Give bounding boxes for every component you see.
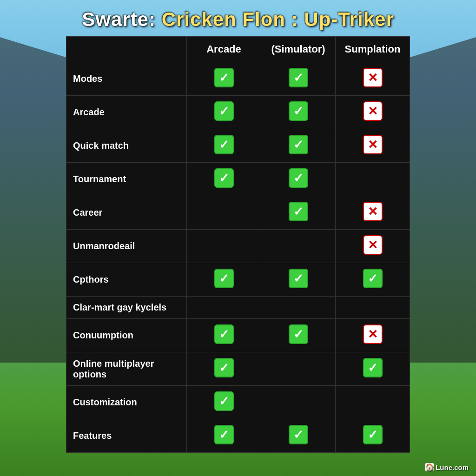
check-icon <box>214 425 234 444</box>
feature-name-cell: Arcade <box>66 96 187 129</box>
check-icon <box>363 425 383 444</box>
cross-icon <box>363 135 383 154</box>
cross-icon <box>363 235 383 255</box>
feature-name-cell: Online multiplayer options <box>66 352 187 386</box>
check-icon <box>214 68 234 87</box>
watermark-text: Lune.com <box>436 463 469 471</box>
cross-icon <box>363 68 383 87</box>
cell-sumplation-2 <box>336 129 410 163</box>
table-row: Unmanrodeail <box>66 230 410 263</box>
cell-sumplation-9 <box>336 352 410 386</box>
cell-arcade-8 <box>187 319 261 352</box>
cell-arcade-10 <box>187 386 261 419</box>
cell-simulator-1 <box>261 96 336 129</box>
cell-simulator-3 <box>261 163 336 196</box>
check-icon <box>363 269 383 288</box>
feature-name-cell: Customization <box>66 386 187 419</box>
check-icon <box>289 68 308 87</box>
check-icon <box>289 425 308 444</box>
cell-sumplation-0 <box>336 62 410 96</box>
cell-simulator-9 <box>261 352 336 386</box>
cell-simulator-2 <box>261 129 336 163</box>
feature-name-cell: Tournament <box>66 163 187 196</box>
title-prefix: Swarte: <box>82 8 161 30</box>
watermark: 🏠 Lune.com <box>425 463 469 471</box>
cell-sumplation-8 <box>336 319 410 352</box>
check-icon <box>289 101 308 121</box>
check-icon <box>214 269 234 288</box>
check-icon <box>214 324 234 344</box>
cell-simulator-7 <box>261 297 336 319</box>
check-icon <box>214 391 234 411</box>
cell-simulator-10 <box>261 386 336 419</box>
feature-name-cell: Quick match <box>66 129 187 163</box>
feature-name-cell: Unmanrodeail <box>66 230 187 263</box>
check-icon <box>214 168 234 188</box>
cell-sumplation-7 <box>336 297 410 319</box>
cross-icon <box>363 101 383 121</box>
table-row: Arcade <box>66 96 410 129</box>
check-icon <box>214 358 234 377</box>
cross-icon <box>363 202 383 221</box>
cell-arcade-0 <box>187 62 261 96</box>
feature-name-cell: Cpthors <box>66 263 187 297</box>
cell-arcade-4 <box>187 196 261 230</box>
table-row: Career <box>66 196 410 230</box>
cell-sumplation-11 <box>336 419 410 453</box>
feature-name-cell: Conuumption <box>66 319 187 352</box>
check-icon <box>289 324 308 344</box>
cell-arcade-3 <box>187 163 261 196</box>
cell-simulator-4 <box>261 196 336 230</box>
table-row: Features <box>66 419 410 453</box>
feature-name-cell: Career <box>66 196 187 230</box>
cell-simulator-11 <box>261 419 336 453</box>
check-icon <box>363 358 383 377</box>
col-header-feature <box>66 37 187 62</box>
cell-sumplation-3 <box>336 163 410 196</box>
feature-name-cell: Modes <box>66 62 187 96</box>
cross-icon <box>363 324 383 344</box>
table-row: Clar-mart gay kyclels <box>66 297 410 319</box>
cell-arcade-7 <box>187 297 261 319</box>
cell-arcade-6 <box>187 263 261 297</box>
cell-simulator-5 <box>261 230 336 263</box>
table-row: Quick match <box>66 129 410 163</box>
cell-simulator-8 <box>261 319 336 352</box>
feature-name-cell: Features <box>66 419 187 453</box>
watermark-icon: 🏠 <box>425 463 434 471</box>
check-icon <box>289 202 308 221</box>
table-row: Cpthors <box>66 263 410 297</box>
cell-sumplation-5 <box>336 230 410 263</box>
table-row: Conuumption <box>66 319 410 352</box>
cell-sumplation-4 <box>336 196 410 230</box>
comparison-table: Arcade (Simulator) Sumplation ModesArcad… <box>66 36 410 453</box>
cell-sumplation-6 <box>336 263 410 297</box>
check-icon <box>289 135 308 154</box>
cell-arcade-2 <box>187 129 261 163</box>
cell-arcade-9 <box>187 352 261 386</box>
cell-arcade-11 <box>187 419 261 453</box>
check-icon <box>214 101 234 121</box>
check-icon <box>289 168 308 188</box>
cell-simulator-6 <box>261 263 336 297</box>
title-highlight: Cricken Flon : Up-Triker <box>162 8 394 30</box>
cell-arcade-5 <box>187 230 261 263</box>
cell-sumplation-10 <box>336 386 410 419</box>
col-header-arcade: Arcade <box>187 37 261 62</box>
page-title: Swarte: Cricken Flon : Up-Triker <box>0 0 476 36</box>
col-header-sumplation: Sumplation <box>336 37 410 62</box>
check-icon <box>289 269 308 288</box>
comparison-table-wrapper: Arcade (Simulator) Sumplation ModesArcad… <box>66 36 410 453</box>
table-row: Online multiplayer options <box>66 352 410 386</box>
col-header-simulator: (Simulator) <box>261 37 336 62</box>
cell-simulator-0 <box>261 62 336 96</box>
check-icon <box>214 135 234 154</box>
table-header-row: Arcade (Simulator) Sumplation <box>66 37 410 62</box>
cell-sumplation-1 <box>336 96 410 129</box>
cell-arcade-1 <box>187 96 261 129</box>
table-row: Modes <box>66 62 410 96</box>
table-row: Tournament <box>66 163 410 196</box>
table-row: Customization <box>66 386 410 419</box>
feature-name-cell: Clar-mart gay kyclels <box>66 297 187 319</box>
